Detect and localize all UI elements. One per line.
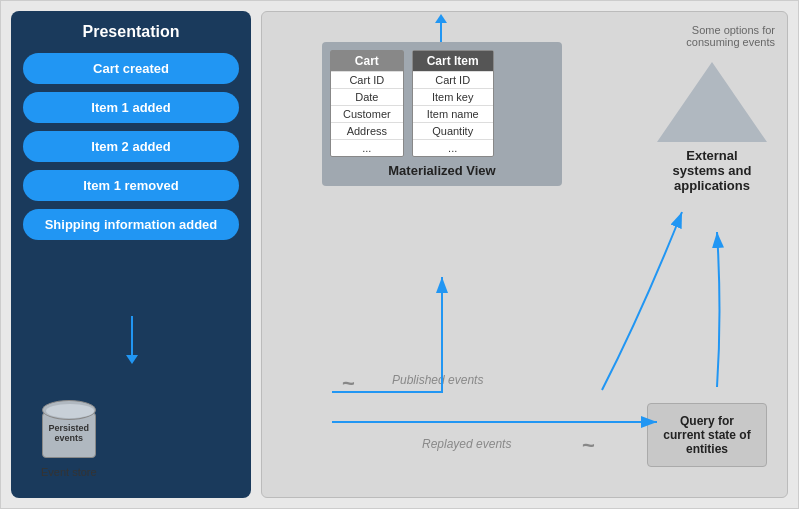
consuming-label: Some options forconsuming events — [686, 24, 775, 48]
external-label: Externalsystems andapplications — [673, 148, 752, 193]
cart-row-4: ... — [331, 139, 403, 156]
cart-item-row-3: Quantity — [413, 122, 493, 139]
cart-item-header: Cart Item — [413, 51, 493, 71]
event-store-cylinder: Persistedevents — [42, 400, 96, 460]
event-pill-4: Shipping information added — [23, 209, 239, 240]
mv-container: Cart Cart ID Date Customer Address ... C… — [322, 42, 562, 186]
cart-table: Cart Cart ID Date Customer Address ... — [330, 50, 404, 157]
right-area: Some options forconsuming events Cart Ca… — [261, 11, 788, 498]
mv-label: Materialized View — [330, 163, 554, 178]
event-pills-list: Cart created Item 1 added Item 2 added I… — [23, 53, 239, 240]
cart-item-row-0: Cart ID — [413, 71, 493, 88]
event-store-label: Event store — [41, 466, 97, 478]
event-pill-2: Item 2 added — [23, 131, 239, 162]
cart-item-table: Cart Item Cart ID Item key Item name Qua… — [412, 50, 494, 157]
tilde-replayed: ~ — [582, 433, 595, 459]
main-container: Presentation Cart created Item 1 added I… — [0, 0, 799, 509]
cart-row-2: Customer — [331, 105, 403, 122]
tables-row: Cart Cart ID Date Customer Address ... C… — [330, 50, 554, 157]
event-pill-1: Item 1 added — [23, 92, 239, 123]
cart-table-header: Cart — [331, 51, 403, 71]
presentation-title: Presentation — [23, 23, 239, 41]
presentation-panel: Presentation Cart created Item 1 added I… — [11, 11, 251, 498]
external-systems-area: Externalsystems andapplications — [657, 62, 767, 193]
replayed-events-label: Replayed events — [422, 437, 511, 451]
cart-row-3: Address — [331, 122, 403, 139]
event-pill-3: Item 1 removed — [23, 170, 239, 201]
arrow-pills-to-store — [131, 316, 133, 356]
cart-item-row-4: ... — [413, 139, 493, 156]
tilde-published: ~ — [342, 371, 355, 397]
event-pill-0: Cart created — [23, 53, 239, 84]
event-store-area: Persistedevents Event store — [41, 400, 97, 478]
external-triangle-icon — [657, 62, 767, 142]
published-events-label: Published events — [392, 373, 483, 387]
cart-row-0: Cart ID — [331, 71, 403, 88]
query-box: Query for current state of entities — [647, 403, 767, 467]
cart-row-1: Date — [331, 88, 403, 105]
cart-item-row-1: Item key — [413, 88, 493, 105]
cart-item-row-2: Item name — [413, 105, 493, 122]
cylinder-text: Persistedevents — [49, 423, 90, 443]
